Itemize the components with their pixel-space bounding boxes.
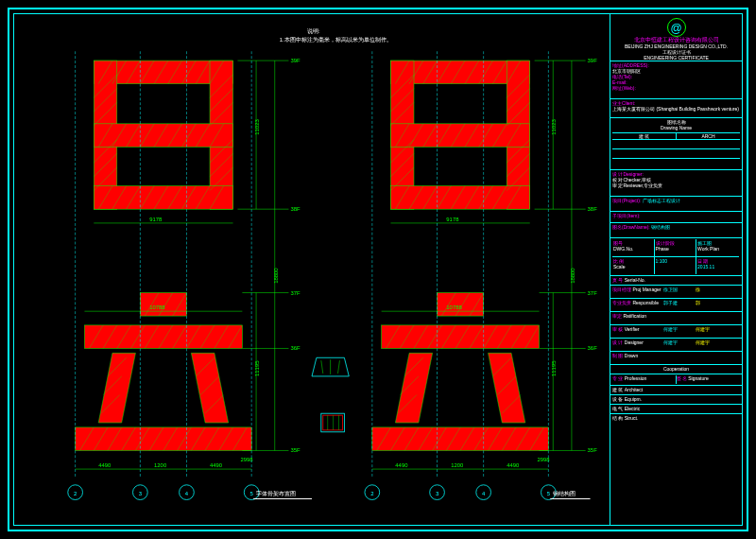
svg-text:35F: 35F	[290, 447, 301, 453]
svg-rect-126	[321, 413, 345, 432]
svg-text:4490: 4490	[210, 462, 223, 468]
svg-text:5: 5	[547, 491, 551, 496]
svg-marker-188	[489, 353, 525, 423]
signature-icon: 何建宇	[696, 326, 740, 337]
signature-block: 项目经理 Proj Manager 徐卫国 徐 专业负责 Responsible…	[610, 286, 742, 525]
at-logo-icon: @	[667, 18, 686, 37]
svg-text:38F: 38F	[290, 206, 301, 212]
center-details	[312, 357, 349, 432]
svg-rect-134	[390, 186, 529, 210]
char-li-left	[76, 293, 252, 451]
svg-text:11195: 11195	[551, 360, 557, 376]
svg-text:10788: 10788	[446, 304, 462, 310]
svg-text:39F: 39F	[290, 58, 301, 63]
info-grid: 图号 DWG.No. 设计阶段 Phase 施工图 Work Plan 比 例 …	[610, 238, 742, 276]
logo-area: @ 北京中恒建工程设计咨询有限公司 BEIJING ZHJ ENGINEERIN…	[610, 14, 742, 61]
svg-text:1200: 1200	[451, 462, 464, 468]
svg-rect-3	[94, 186, 232, 210]
svg-text:2: 2	[370, 491, 373, 496]
svg-rect-4	[94, 124, 232, 148]
right-elevation: 11023 9178 39F 38F 18800	[365, 51, 597, 499]
svg-text:38F: 38F	[588, 206, 598, 212]
char-ri-left	[94, 61, 232, 209]
svg-text:35F: 35F	[588, 447, 598, 453]
svg-text:1200: 1200	[154, 462, 167, 468]
svg-marker-57	[191, 353, 228, 423]
svg-rect-127	[323, 415, 343, 430]
svg-text:钢结构图: 钢结构图	[552, 491, 576, 496]
designer-block: 设 计Designer: 校 对Checker,审核 审 定Reviewer,专…	[610, 170, 742, 197]
note-header: 说明:	[307, 28, 320, 34]
svg-text:37F: 37F	[588, 290, 598, 296]
char-li-right	[372, 293, 549, 451]
note-text: 1.本图中标注为毫米，标高以米为单位制作。	[280, 36, 392, 43]
svg-text:4: 4	[185, 491, 189, 496]
svg-rect-186	[382, 325, 540, 349]
svg-text:11023: 11023	[551, 119, 557, 135]
signature-icon: 郭	[696, 300, 740, 310]
signature-icon: 徐	[696, 287, 740, 297]
title-block: @ 北京中恒建工程设计咨询有限公司 BEIJING ZHJ ENGINEERIN…	[610, 14, 742, 525]
svg-text:9178: 9178	[446, 217, 459, 222]
svg-text:字体骨架布置图: 字体骨架布置图	[256, 490, 296, 496]
svg-text:3: 3	[139, 491, 143, 496]
cert: ENGINEERING CERTIFICATE	[614, 55, 738, 61]
project-block: 项目(Project): 广场标志工程设计	[610, 197, 742, 212]
char-ri-right	[390, 61, 529, 209]
svg-text:36F: 36F	[588, 345, 598, 351]
company-cn: 北京中恒建工程设计咨询有限公司	[614, 37, 738, 43]
svg-text:9178: 9178	[149, 217, 163, 222]
svg-line-123	[321, 360, 323, 374]
svg-text:4490: 4490	[507, 462, 520, 468]
signature-icon: 何建宇	[696, 339, 740, 350]
svg-text:18800: 18800	[570, 268, 576, 284]
svg-rect-55	[84, 325, 242, 349]
drawing-name-block: 图名(DrawName): 钢结构图	[610, 223, 742, 238]
svg-text:11195: 11195	[254, 360, 260, 376]
svg-rect-189	[372, 427, 549, 451]
svg-text:4: 4	[482, 491, 486, 496]
cad-drawing: 说明: 1.本图中标注为毫米，标高以米为单位制作。	[14, 14, 610, 525]
svg-text:36F: 36F	[290, 345, 301, 351]
stamp-block: 图纸名称 Drawing Name 建 筑 ARCH	[610, 118, 742, 170]
svg-line-125	[337, 360, 339, 374]
svg-text:39F: 39F	[588, 58, 598, 63]
svg-text:18800: 18800	[273, 268, 279, 284]
item-block: 子项目(Item):	[610, 212, 742, 223]
svg-text:2: 2	[74, 491, 77, 496]
svg-text:3: 3	[436, 491, 439, 496]
svg-text:4490: 4490	[395, 462, 408, 468]
serial-row: 页 号 Serial-No.	[610, 276, 742, 286]
address-block: 地址(ADDRESS): 北京市朝阳区 电话(Tel): E-mail: 网址(…	[610, 61, 742, 99]
left-elevation: 11023 9178 39F 38F 18800	[68, 51, 312, 499]
client-block: 业主Client: 上海某大厦有限公司 (Shanghai Building P…	[610, 99, 742, 118]
svg-marker-187	[395, 353, 432, 423]
svg-text:5: 5	[250, 491, 254, 496]
svg-marker-56	[98, 353, 135, 423]
svg-rect-58	[76, 427, 252, 451]
drawing-canvas: 说明: 1.本图中标注为毫米，标高以米为单位制作。	[14, 14, 610, 525]
svg-text:10788: 10788	[149, 304, 165, 310]
svg-rect-135	[390, 124, 529, 148]
svg-text:37F: 37F	[290, 290, 301, 296]
svg-text:4490: 4490	[98, 462, 112, 468]
svg-text:11023: 11023	[254, 119, 260, 135]
